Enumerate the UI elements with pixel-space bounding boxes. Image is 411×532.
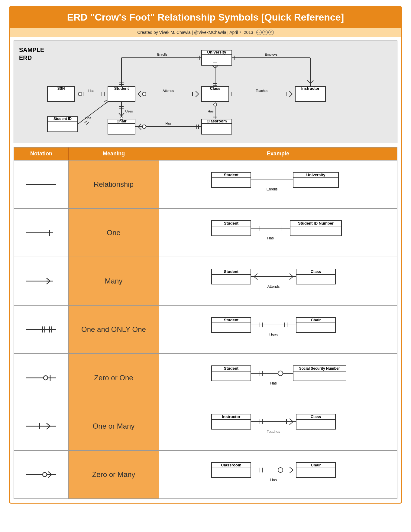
- relationship-symbol: [23, 180, 59, 189]
- meaning-zero-one: Zero or One: [69, 354, 159, 402]
- notation-zero-many: [14, 451, 69, 498]
- example-one-diagram: Student Student ID Number Has: [202, 215, 354, 251]
- example-zero-one-diagram: Student Social Security Number Has: [202, 360, 354, 396]
- example-zero-many-diagram: Classroom Chair Has: [202, 456, 354, 493]
- svg-text:Teaches: Teaches: [256, 89, 268, 92]
- erd-label: SAMPLEERD: [19, 46, 44, 62]
- notation-one-many: [14, 402, 69, 450]
- nc-icon: ⊘: [268, 30, 274, 35]
- svg-line-205: [290, 470, 293, 473]
- svg-line-185: [290, 422, 293, 425]
- svg-text:Has: Has: [88, 89, 94, 92]
- svg-point-49: [142, 92, 146, 96]
- notation-zero-one: [14, 354, 69, 402]
- svg-text:Instructor: Instructor: [222, 414, 241, 419]
- header-example: Example: [159, 148, 397, 160]
- meaning-zero-many: Zero or Many: [69, 451, 159, 498]
- svg-text:Has: Has: [165, 122, 171, 125]
- svg-line-35: [104, 100, 107, 102]
- svg-line-74: [289, 91, 292, 94]
- example-relationship-diagram: Student University Enrolls: [202, 166, 354, 203]
- svg-text:Chair: Chair: [311, 463, 321, 467]
- meaning-one-only: One and ONLY One: [69, 306, 159, 353]
- page-title: ERD "Crow's Foot" Relationship Symbols […: [10, 7, 401, 28]
- cc-icon: cc: [256, 30, 262, 35]
- svg-text:Student: Student: [224, 269, 239, 274]
- svg-text:Attends: Attends: [163, 89, 174, 92]
- svg-point-156: [44, 376, 48, 380]
- svg-text:Classroom: Classroom: [221, 463, 241, 467]
- svg-text:Student: Student: [114, 86, 129, 91]
- svg-line-132: [254, 277, 257, 280]
- svg-point-43: [120, 117, 123, 120]
- svg-point-28: [78, 92, 82, 96]
- meaning-one: One: [69, 209, 159, 257]
- svg-text:Teaches: Teaches: [267, 430, 280, 434]
- svg-line-192: [48, 475, 52, 478]
- svg-text:Has: Has: [208, 109, 214, 113]
- svg-line-134: [290, 274, 293, 277]
- svg-text:Social Security Number: Social Security Number: [299, 366, 340, 371]
- svg-line-75: [289, 94, 292, 97]
- svg-line-41: [121, 113, 124, 116]
- svg-text:Student: Student: [224, 173, 239, 177]
- meaning-many: Many: [69, 257, 159, 305]
- svg-line-122: [47, 281, 50, 284]
- table-row: Zero or Many Classroom Chair: [14, 450, 397, 498]
- svg-point-203: [278, 468, 283, 472]
- erd-diagram: SSN Student ID Student Chair University …: [41, 44, 389, 138]
- svg-line-30: [78, 102, 108, 124]
- svg-text:Employs: Employs: [265, 53, 278, 56]
- svg-text:University: University: [306, 173, 326, 177]
- svg-text:Student: Student: [224, 366, 239, 371]
- svg-line-67: [310, 80, 313, 83]
- svg-text:Uses: Uses: [269, 333, 277, 337]
- example-one: Student Student ID Number Has: [159, 209, 397, 257]
- meaning-one-many: One or Many: [69, 402, 159, 450]
- svg-line-191: [48, 472, 52, 475]
- svg-text:Student: Student: [224, 318, 239, 322]
- reference-table: Notation Meaning Example Relationship St…: [14, 147, 397, 499]
- svg-text:SSN: SSN: [57, 86, 65, 91]
- svg-line-86: [138, 124, 141, 127]
- meaning-relationship: Relationship: [69, 161, 159, 208]
- svg-text:Class: Class: [210, 86, 221, 91]
- many-symbol: [23, 275, 59, 287]
- example-one-many: Instructor Class Teaches: [159, 402, 397, 450]
- main-container: ERD "Crow's Foot" Relationship Symbols […: [9, 6, 402, 504]
- svg-text:Student ID Number: Student ID Number: [298, 221, 334, 225]
- svg-point-167: [278, 371, 283, 376]
- example-one-only-diagram: Student Chair Uses: [202, 311, 354, 348]
- svg-text:Class: Class: [311, 269, 321, 274]
- zero-one-symbol: [23, 372, 59, 384]
- svg-text:Student: Student: [224, 221, 239, 225]
- svg-point-190: [43, 472, 47, 477]
- notation-one-only: [14, 306, 69, 353]
- svg-line-184: [290, 419, 293, 422]
- svg-line-135: [290, 277, 293, 280]
- svg-text:Enrolls: Enrolls: [267, 187, 278, 191]
- svg-line-51: [196, 94, 199, 97]
- table-row: One and ONLY One Student Chair Uses: [14, 305, 397, 353]
- svg-line-204: [290, 467, 293, 470]
- svg-line-94: [215, 65, 218, 68]
- svg-text:Classroom: Classroom: [206, 119, 227, 123]
- subtitle-bar: Created by Vivek M. Chawla | @VivekMChaw…: [10, 28, 401, 37]
- svg-text:Uses: Uses: [125, 109, 133, 113]
- svg-line-47: [138, 94, 141, 97]
- svg-line-173: [47, 426, 50, 429]
- svg-text:Attends: Attends: [267, 284, 280, 289]
- notation-relationship: [14, 161, 69, 208]
- example-many-diagram: Student Class Attends: [202, 263, 354, 299]
- svg-text:University: University: [207, 50, 227, 54]
- example-one-many-diagram: Instructor Class Teaches: [202, 408, 354, 444]
- example-one-only: Student Chair Uses: [159, 306, 397, 353]
- header-meaning: Meaning: [69, 148, 159, 160]
- table-row: One or Many Instructor Class: [14, 402, 397, 450]
- by-icon: ①: [262, 30, 268, 35]
- svg-text:Chair: Chair: [311, 318, 321, 322]
- table-row: Relationship Student University Enrolls: [14, 160, 397, 208]
- svg-text:Instructor: Instructor: [301, 86, 320, 91]
- svg-text:Has: Has: [85, 116, 91, 120]
- notation-one: [14, 209, 69, 257]
